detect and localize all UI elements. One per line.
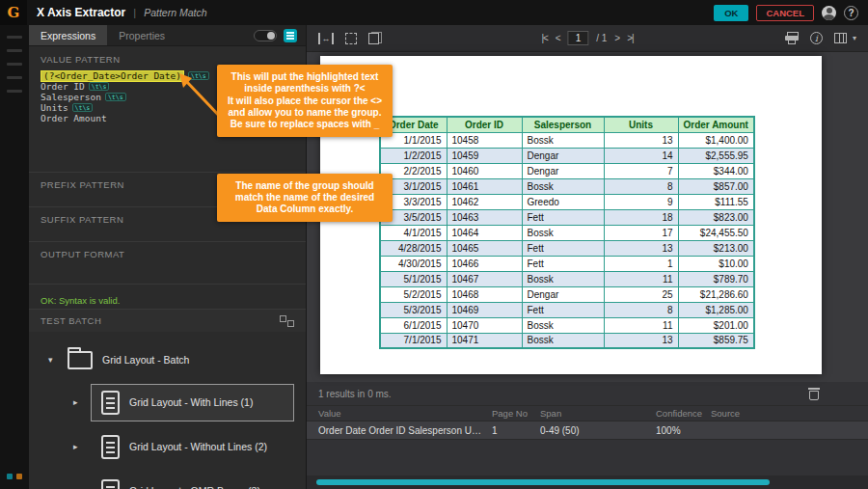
trash-icon[interactable] <box>808 388 820 400</box>
doc-table-row: 3/3/201510462Greedo9$111.55 <box>380 194 754 209</box>
doc-table-cell: 25 <box>604 286 678 302</box>
doc-table-cell: 10471 <box>447 333 522 348</box>
doc-table-row: 3/5/201510463Fett18$823.00 <box>380 209 754 225</box>
title-separator: | <box>133 7 136 18</box>
scrollbar-thumb[interactable] <box>316 479 770 485</box>
result-page: 1 <box>492 425 540 436</box>
layout-columns-icon[interactable] <box>834 33 847 43</box>
doc-table-cell: Fett <box>522 209 604 225</box>
tree-item-with-lines[interactable]: ▸ Grid Layout - With Lines (1) <box>29 380 306 424</box>
document-icon <box>101 479 120 489</box>
first-page-button[interactable]: |< <box>541 33 547 43</box>
doc-table-cell: 10465 <box>447 240 522 256</box>
caret-down-icon[interactable]: ▾ <box>48 355 58 365</box>
doc-table-cell: 7 <box>604 163 678 178</box>
chevron-down-icon[interactable]: ▾ <box>853 34 856 42</box>
tree-item-label: Grid Layout - OMR Boxes (3) <box>129 485 260 489</box>
results-col-confidence: Confidence <box>656 408 711 419</box>
doc-table-cell: 10464 <box>447 225 522 240</box>
syntax-status-row: OK: Syntax is valid. <box>29 284 306 309</box>
document-page[interactable]: Order Date Order ID Salesperson Units Or… <box>320 56 822 374</box>
doc-table-cell: 9 <box>604 194 678 209</box>
doc-table-cell: 6/1/2015 <box>380 317 447 333</box>
tree-item-box[interactable]: Grid Layout - Without Lines (2) <box>91 428 294 466</box>
fit-width-icon[interactable]: ↔ <box>318 33 334 44</box>
doc-table-row: 2/2/201510460Dengar7$344.00 <box>380 163 754 178</box>
app-logo[interactable]: G <box>0 0 27 25</box>
doc-table-cell: 5/1/2015 <box>380 271 447 286</box>
prev-page-button[interactable]: < <box>556 33 560 43</box>
doc-table-cell: 10458 <box>447 132 522 148</box>
doc-table-cell: $344.00 <box>678 163 754 178</box>
doc-table-cell: Bossk <box>522 271 604 286</box>
doc-table-cell: 11 <box>604 317 678 333</box>
results-summary-text: 1 results in 0 ms. <box>318 389 392 399</box>
doc-table-row: 5/2/201510468Dengar25$21,286.60 <box>380 286 754 302</box>
doc-table-cell: 13 <box>604 132 678 148</box>
highlighted-group-text: (?<Order_Date>Order Date) <box>41 70 184 82</box>
document-icon <box>101 435 120 459</box>
pattern-text: Order ID <box>41 81 85 92</box>
doc-table-cell: $21,286.60 <box>678 286 754 302</box>
order-data-table: Order Date Order ID Salesperson Units Or… <box>379 116 755 349</box>
doc-table-cell: $24,455.50 <box>678 225 754 240</box>
document-icon <box>101 391 120 415</box>
doc-table-cell: $859.75 <box>678 333 754 348</box>
zoom-tools: ↔ <box>318 32 382 44</box>
doc-table-cell: 10470 <box>447 317 522 333</box>
mini-tree-item <box>7 36 22 39</box>
help-icon[interactable]: ? <box>844 6 858 20</box>
doc-table-row: 5/1/201510467Bossk11$789.70 <box>380 271 754 286</box>
tree-folder-label: Grid Layout - Batch <box>102 354 189 366</box>
tree-folder-batch[interactable]: ▾ Grid Layout - Batch <box>29 340 306 380</box>
collapsed-tree-sidebar[interactable] <box>0 25 29 489</box>
tree-item-selected-box[interactable]: Grid Layout - With Lines (1) <box>91 384 294 421</box>
pages-icon[interactable] <box>368 32 382 44</box>
doc-table-cell: Bossk <box>522 333 604 348</box>
result-confidence: 100% <box>656 425 711 436</box>
panel-toggle[interactable] <box>254 30 277 41</box>
info-icon[interactable]: i <box>810 32 823 44</box>
result-row[interactable]: Order Date Order ID Salesperson Units Or… <box>307 421 868 440</box>
doc-table-cell: Fett <box>522 302 604 317</box>
tree-item-box[interactable]: Grid Layout - OMR Boxes (3) <box>91 473 294 489</box>
doc-table-cell: $213.00 <box>678 240 754 256</box>
value-pattern-label: VALUE PATTERN <box>41 54 294 65</box>
doc-table-cell: 13 <box>604 333 678 348</box>
doc-table-row: 4/28/201510465Fett13$213.00 <box>380 240 754 256</box>
results-col-pageno: Page No <box>492 408 540 419</box>
tab-properties[interactable]: Properties <box>107 25 176 45</box>
tree-item-omr-boxes[interactable]: ▸ Grid Layout - OMR Boxes (3) <box>29 469 306 489</box>
user-avatar-icon[interactable] <box>822 6 836 20</box>
doc-table-cell: Dengar <box>522 163 604 178</box>
grooper-logo-icon: G <box>8 4 20 21</box>
doc-table-cell: $201.00 <box>678 317 754 333</box>
last-page-button[interactable]: >| <box>627 33 633 43</box>
tree-item-without-lines[interactable]: ▸ Grid Layout - Without Lines (2) <box>29 424 306 469</box>
output-format-section[interactable]: OUTPUT FORMAT <box>29 241 306 284</box>
panel-options-icon[interactable] <box>284 29 297 42</box>
print-icon[interactable] <box>785 32 799 44</box>
doc-table-cell: 10463 <box>447 209 522 225</box>
cancel-button[interactable]: CANCEL <box>756 5 814 21</box>
tree-item-label: Grid Layout - Without Lines (2) <box>129 441 267 452</box>
doc-table-cell: 10460 <box>447 163 522 178</box>
tab-expressions[interactable]: Expressions <box>29 25 107 45</box>
doc-table-cell: Fett <box>522 256 604 271</box>
mini-tree-item <box>7 49 22 52</box>
caret-right-icon[interactable]: ▸ <box>73 397 83 407</box>
callout-paragraph: This will put the highlighted text insid… <box>225 71 385 95</box>
horizontal-scrollbar[interactable] <box>307 475 868 489</box>
batch-view-icon[interactable] <box>280 315 294 327</box>
doc-table-cell: Dengar <box>522 286 604 302</box>
caret-right-icon[interactable]: ▸ <box>73 442 83 451</box>
doc-table-head: Order Date Order ID Salesperson Units Or… <box>380 117 754 132</box>
doc-table-cell: 10468 <box>447 286 522 302</box>
doc-table-cell: $789.70 <box>678 271 754 286</box>
doc-col-header: Order ID <box>447 117 522 132</box>
ok-button[interactable]: OK <box>714 5 748 21</box>
next-page-button[interactable]: > <box>614 33 619 43</box>
page-number-input[interactable]: 1 <box>568 31 589 45</box>
fit-page-icon[interactable] <box>345 33 357 44</box>
doc-table-row: 5/3/201510469Fett8$1,285.00 <box>380 302 754 317</box>
